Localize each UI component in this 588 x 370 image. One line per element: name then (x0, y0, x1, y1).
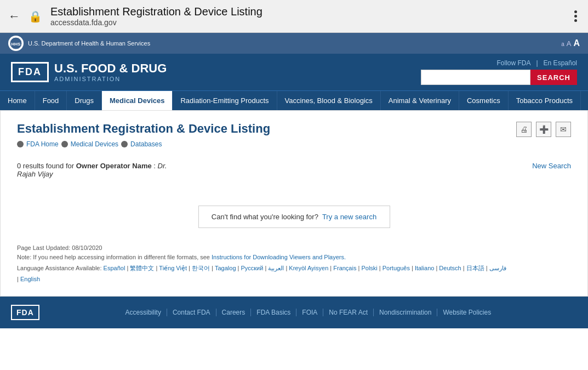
action-icons: 🖨 ➕ ✉ (516, 122, 571, 137)
fda-logo-area: FDA U.S. FOOD & DRUG ADMINISTRATION (11, 62, 167, 82)
lang-chinese[interactable]: 繁體中文 (130, 265, 154, 271)
link-separator: | (536, 59, 538, 67)
nav-item-animal-&-veterinary[interactable]: Animal & Veterinary (381, 91, 459, 110)
add-icon[interactable]: ➕ (536, 122, 551, 137)
nav-item-cosmetics[interactable]: Cosmetics (459, 91, 509, 110)
instructions-link[interactable]: Instructions for Downloading Viewers and… (212, 254, 346, 260)
fda-agency-text: U.S. FOOD & DRUG ADMINISTRATION (54, 62, 167, 82)
lang-assistance-label: Language Assistance Available: (17, 265, 102, 271)
footer: FDA Accessibility Contact FDA Careers FD… (0, 297, 588, 328)
fda-agency-sub: ADMINISTRATION (54, 76, 167, 82)
nav-bar: HomeFoodDrugsMedical DevicesRadiation-Em… (0, 90, 588, 110)
hhs-bar: HHS U.S. Department of Health & Human Se… (0, 33, 588, 54)
breadcrumb-bullet-3 (121, 141, 128, 147)
svg-text:HHS: HHS (12, 42, 21, 47)
fda-search-row: SEARCH (421, 70, 577, 85)
footer-website-policies[interactable]: Website Policies (437, 309, 496, 316)
browser-title-area: Establishment Registration & Device List… (50, 5, 563, 27)
text-resize-controls: a A A (561, 38, 580, 48)
lang-korean[interactable]: 한국어 (192, 265, 210, 271)
follow-fda-link[interactable]: Follow FDA (496, 59, 530, 67)
note-prefix: Note: If you need help accessing informa… (17, 254, 210, 260)
fda-top-links: Follow FDA | En Español (496, 59, 577, 67)
results-count: 0 results found for (17, 162, 74, 170)
footer-fda-logo: FDA (11, 305, 39, 320)
lock-icon: 🔒 (28, 10, 42, 23)
footer-foia[interactable]: FOIA (296, 309, 323, 316)
breadcrumb-fda-home[interactable]: FDA Home (26, 140, 59, 148)
hhs-logo: HHS (8, 36, 24, 51)
lang-french[interactable]: Français (333, 265, 356, 271)
fda-agency-name: U.S. FOOD & DRUG (54, 62, 167, 75)
results-field-label: Owner Operator Name (76, 162, 152, 170)
lang-tagalog[interactable]: Tagalog (215, 265, 236, 271)
search-input[interactable] (421, 70, 530, 85)
lang-italian[interactable]: Italiano (415, 265, 434, 271)
lang-arabic[interactable]: العربية (268, 265, 284, 271)
cant-find-text: Can't find what you're looking for? (212, 213, 318, 221)
nav-item-radiation-emitting-products[interactable]: Radiation-Emitting Products (173, 91, 277, 110)
hhs-left: HHS U.S. Department of Health & Human Se… (8, 36, 150, 51)
back-button[interactable]: ← (8, 9, 20, 24)
footer-fda-basics[interactable]: FDA Basics (251, 309, 296, 316)
footer-nondiscrimination[interactable]: Nondiscrimination (374, 309, 437, 316)
lang-espanol[interactable]: Español (104, 265, 125, 271)
page-title: Establishment Registration & Device List… (17, 122, 571, 136)
lang-vietnamese[interactable]: Tiếng Việt (159, 265, 187, 271)
nav-item-vaccines,-blood-&-biologics[interactable]: Vaccines, Blood & Biologics (277, 91, 381, 110)
footer-no-fear-act[interactable]: No FEAR Act (323, 309, 374, 316)
footer-contact-fda[interactable]: Contact FDA (167, 309, 216, 316)
lang-farsi[interactable]: فارسی (489, 265, 506, 271)
breadcrumb-bullet-1 (17, 141, 24, 147)
en-espanol-link[interactable]: En Español (544, 59, 577, 67)
footer-links: Accessibility Contact FDA Careers FDA Ba… (39, 309, 577, 316)
email-icon[interactable]: ✉ (556, 122, 571, 137)
nav-item-drugs[interactable]: Drugs (67, 91, 102, 110)
search-button[interactable]: SEARCH (530, 70, 577, 85)
lang-german[interactable]: Deutsch (439, 265, 461, 271)
breadcrumb-bullet-2 (61, 141, 68, 147)
text-small-button[interactable]: a (561, 41, 564, 47)
results-separator: : (153, 162, 156, 170)
title-row: 🖨 ➕ ✉ Establishment Registration & Devic… (17, 122, 571, 140)
breadcrumb-medical-devices[interactable]: Medical Devices (71, 140, 118, 148)
print-icon[interactable]: 🖨 (516, 122, 532, 137)
browser-menu-button[interactable] (572, 8, 580, 25)
breadcrumb-databases[interactable]: Databases (130, 140, 162, 148)
text-large-button[interactable]: A (573, 38, 580, 48)
browser-chrome: ← 🔒 Establishment Registration & Device … (0, 0, 588, 33)
nav-item-food[interactable]: Food (35, 91, 67, 110)
fda-logo: FDA (11, 62, 49, 82)
page-updated-label: Page Last Updated: (17, 244, 70, 251)
cant-find-box: Can't find what you're looking for? Try … (198, 206, 390, 228)
lang-polish[interactable]: Polski (361, 265, 377, 271)
fda-header: FDA U.S. FOOD & DRUG ADMINISTRATION Foll… (0, 54, 588, 90)
lang-japanese[interactable]: 日本語 (466, 265, 484, 271)
footer-careers[interactable]: Careers (216, 309, 252, 316)
lang-russian[interactable]: Русский (241, 265, 264, 271)
fda-search-area: Follow FDA | En Español SEARCH (421, 59, 577, 85)
lang-haitian[interactable]: Kreyòl Ayisyen (289, 265, 328, 271)
footer-accessibility[interactable]: Accessibility (120, 309, 167, 316)
text-medium-button[interactable]: A (567, 39, 572, 48)
nav-item-tobacco-products[interactable]: Tobacco Products (509, 91, 581, 110)
lang-portuguese[interactable]: Português (383, 265, 410, 271)
nav-item-home[interactable]: Home (0, 91, 35, 110)
nav-item-medical-devices[interactable]: Medical Devices (102, 91, 173, 110)
main-content: 🖨 ➕ ✉ Establishment Registration & Devic… (0, 110, 588, 297)
note-text: Note: If you need help accessing informa… (17, 254, 571, 260)
breadcrumb: FDA Home Medical Devices Databases (17, 140, 571, 148)
lang-english[interactable]: English (20, 276, 40, 282)
try-new-search-link[interactable]: Try a new search (322, 213, 376, 221)
page-updated-date: 08/10/2020 (72, 244, 102, 251)
browser-title: Establishment Registration & Device List… (50, 5, 563, 18)
new-search-link[interactable]: New Search (532, 162, 571, 170)
browser-url: accessdata.fda.gov (50, 18, 563, 27)
hhs-agency-name: U.S. Department of Health & Human Servic… (28, 40, 150, 47)
results-area: New Search 0 results found for Owner Ope… (17, 156, 571, 189)
page-updated: Page Last Updated: 08/10/2020 (17, 244, 571, 251)
results-info: 0 results found for Owner Operator Name … (17, 162, 571, 178)
language-assistance: Language Assistance Available: Español |… (17, 263, 571, 285)
